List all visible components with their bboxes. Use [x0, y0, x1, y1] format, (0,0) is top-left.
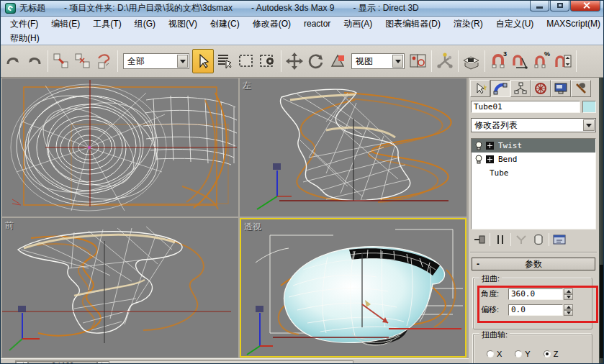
bind-to-spacewarp-button[interactable]	[94, 49, 115, 73]
stack-item-tube[interactable]: Tube	[472, 166, 595, 180]
angle-snap-button[interactable]	[509, 49, 531, 73]
time-slider-track[interactable]: 0 / 100	[15, 360, 353, 364]
stack-item-bend[interactable]: Bend	[472, 153, 595, 166]
reference-coordinate-arrow-icon[interactable]	[392, 55, 403, 68]
tab-hierarchy[interactable]	[510, 80, 531, 97]
select-object-button[interactable]	[192, 49, 214, 73]
object-name-field[interactable]: Tube01	[471, 101, 580, 113]
layer-manager-button[interactable]	[461, 49, 482, 73]
reference-coordinate-dropdown[interactable]: 视图	[351, 53, 405, 69]
expand-plus-icon[interactable]	[486, 142, 494, 150]
tab-display[interactable]	[551, 80, 571, 97]
select-and-rotate-button[interactable]	[305, 49, 327, 73]
make-unique-icon	[515, 234, 527, 245]
menu-customize[interactable]: 自定义(U)	[490, 18, 541, 30]
maximize-button[interactable]	[550, 1, 569, 12]
select-and-scale-button[interactable]	[327, 49, 348, 73]
remove-modifier-button[interactable]	[530, 232, 547, 247]
redo-button[interactable]	[24, 49, 45, 73]
menu-edit[interactable]: 编辑(E)	[45, 18, 86, 30]
tab-utilities[interactable]	[571, 80, 591, 97]
stack-item-twist[interactable]: Twist	[472, 139, 595, 153]
menu-rendering[interactable]: 渲染(R)	[447, 18, 490, 30]
utilities-icon	[574, 82, 587, 95]
axis-y-radio[interactable]: Y	[515, 350, 530, 358]
menubar: 文件(F) 编辑(E) 工具(T) 组(G) 视图(V) 创建(C) 修改器(O…	[1, 17, 604, 45]
move-icon	[286, 53, 303, 70]
tab-create[interactable]	[470, 80, 490, 97]
percent-snap-label: %	[544, 50, 550, 58]
menu-tools[interactable]: 工具(T)	[86, 18, 127, 30]
viewport-top[interactable]	[2, 78, 238, 217]
menu-modifiers[interactable]: 修改器(O)	[246, 18, 297, 30]
viewport-front-label: 前	[5, 219, 14, 232]
select-and-move-button[interactable]	[284, 49, 305, 73]
tab-motion[interactable]	[531, 80, 551, 97]
menu-reactor[interactable]: reactor	[297, 19, 337, 29]
snaps-toggle-button[interactable]: 3	[487, 49, 509, 73]
menu-maxscript[interactable]: MAXScript(M)	[540, 19, 604, 29]
snap-count-label: 3	[503, 50, 507, 58]
undo-button[interactable]	[2, 49, 24, 73]
bind-spacewarp-icon	[96, 53, 113, 70]
configure-modifier-sets-button[interactable]	[551, 232, 568, 247]
show-end-result-button[interactable]	[492, 232, 509, 247]
panel-scroll-thumb[interactable]	[600, 265, 603, 358]
offset-spinner[interactable]	[564, 304, 573, 316]
expand-plus-icon[interactable]	[486, 155, 494, 163]
time-slider-handle[interactable]: 0 / 100	[28, 361, 97, 364]
offset-input[interactable]: 0.0	[508, 304, 563, 316]
angle-spinner[interactable]	[564, 288, 573, 300]
close-button[interactable]	[570, 1, 600, 12]
axis-x-radio[interactable]: X	[487, 350, 502, 358]
viewport-left[interactable]: 左	[240, 78, 466, 217]
selection-filter-dropdown[interactable]: 全部	[123, 53, 189, 69]
unlink-button[interactable]	[72, 49, 94, 73]
prev-frame-button[interactable]	[16, 361, 28, 364]
menu-group[interactable]: 组(G)	[128, 18, 162, 30]
axis-z-radio[interactable]: Z	[544, 350, 559, 358]
viewport-front[interactable]: 前	[2, 218, 238, 358]
panel-divider	[470, 252, 597, 253]
radio-icon	[515, 350, 522, 358]
viewport-perspective[interactable]: 透视	[240, 218, 466, 358]
front-view-wireframe	[2, 218, 238, 358]
title-doc: 无标题	[19, 3, 45, 13]
crossing-selection-button[interactable]	[257, 49, 279, 73]
stack-toolbar	[471, 232, 596, 247]
menu-file[interactable]: 文件(F)	[4, 18, 45, 30]
pin-stack-button[interactable]	[471, 232, 488, 247]
minimize-button[interactable]	[530, 1, 549, 12]
menu-animation[interactable]: 动画(A)	[337, 18, 379, 30]
spinner-snap-button[interactable]	[552, 49, 574, 73]
selection-filter-arrow-icon[interactable]	[177, 55, 188, 68]
menu-graph-editors[interactable]: 图表编辑器(D)	[379, 18, 447, 30]
make-unique-button[interactable]	[513, 232, 530, 247]
parameters-rollout-header[interactable]: - 参数	[472, 258, 595, 270]
percent-snap-button[interactable]: %	[531, 49, 552, 73]
command-panel: Tube01 修改器列表 Twist Bend Tube	[469, 78, 604, 364]
menu-create[interactable]: 创建(C)	[204, 18, 246, 30]
select-link-icon	[53, 53, 70, 70]
rectangular-selection-button[interactable]	[235, 49, 257, 73]
modifier-list-arrow-icon[interactable]	[583, 119, 595, 131]
titlebar[interactable]: 无标题- 项目文件夹: D:\用户目录\我的文档\3dsmax- Autodes…	[1, 1, 604, 17]
menu-help[interactable]: 帮助(H)	[4, 32, 46, 45]
rollout-collapse-icon: -	[472, 259, 484, 269]
next-frame-button[interactable]	[97, 361, 109, 364]
motion-icon	[534, 82, 547, 95]
modify-icon	[493, 82, 508, 95]
modifier-list-dropdown[interactable]: 修改器列表	[471, 118, 596, 132]
tab-modify[interactable]	[490, 80, 510, 97]
stack-item-twist-label: Twist	[498, 141, 522, 150]
marquee-rect-icon	[238, 53, 255, 70]
twist-axis-group-label: 扭曲轴:	[479, 329, 510, 340]
reference-coordinate-value: 视图	[356, 55, 373, 68]
object-color-swatch[interactable]	[582, 101, 596, 113]
menu-views[interactable]: 视图(V)	[162, 18, 204, 30]
angle-input[interactable]: 360.0	[508, 288, 563, 300]
use-pivot-center-button[interactable]	[407, 49, 429, 73]
select-and-link-button[interactable]	[50, 49, 72, 73]
select-by-name-button[interactable]	[214, 49, 235, 73]
select-and-manipulate-button[interactable]	[434, 49, 456, 73]
